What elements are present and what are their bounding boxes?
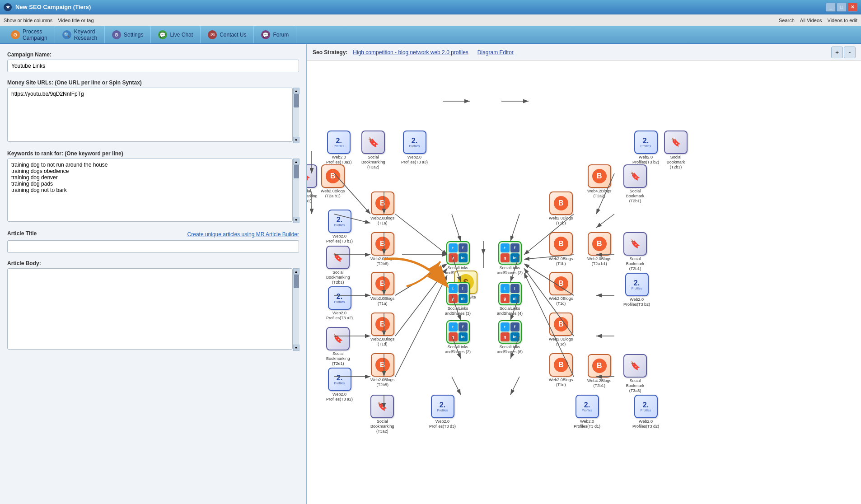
close-button[interactable]: ✕ (847, 3, 857, 12)
nav-process-label: ProcessCampaign (23, 28, 47, 41)
kw-scroll-track (293, 165, 299, 217)
zoom-controls: + - (831, 47, 856, 58)
svg-line-18 (524, 255, 574, 259)
mr-article-builder-link[interactable]: Create unique articles using MR Article … (187, 231, 299, 238)
nav-livechat[interactable]: 💬 Live Chat (151, 26, 201, 43)
campaign-name-input[interactable] (7, 60, 299, 72)
seo-strategy-value[interactable]: High competition - blog network web 2.0 … (353, 49, 468, 56)
scroll-track (293, 94, 299, 137)
ab-scroll-track (293, 275, 299, 345)
process-icon: ⚙ (11, 30, 20, 39)
article-body-container: ▲ ▼ (7, 268, 299, 351)
keywords-group: Keywords to rank for: (One keyword per l… (7, 150, 299, 223)
app-icon: ★ (4, 3, 12, 11)
keywords-container: training dog to not run around the house… (7, 159, 299, 223)
article-body-textarea[interactable] (7, 268, 293, 350)
svg-line-23 (596, 214, 614, 228)
nav-bar: ⚙ ProcessCampaign 🔍 KeywordResearch ⚙ Se… (0, 26, 861, 44)
contact-icon: ✉ (208, 30, 217, 39)
article-title-group: Article Title Create unique articles usi… (7, 230, 299, 253)
nav-process[interactable]: ⚙ ProcessCampaign (4, 26, 55, 43)
keywords-label: Keywords to rank for: (One keyword per l… (7, 150, 299, 157)
seo-strategy-label: Seo Strategy: (313, 49, 347, 56)
video-title-text: Video title or tag (58, 18, 94, 23)
videos-to-edit-text: Videos to edit (828, 18, 857, 23)
svg-line-9 (334, 173, 370, 214)
diagram-toolbar: Seo Strategy: High competition - blog ne… (307, 44, 861, 61)
ab-scroll-up[interactable]: ▲ (293, 268, 299, 275)
campaign-name-label: Campaign Name: (7, 51, 299, 58)
top-toolbar: Show or hide columns Video title or tag … (0, 14, 861, 26)
campaign-name-group: Campaign Name: (7, 51, 299, 72)
nav-keyword-label: KeywordResearch (74, 28, 97, 41)
svg-line-22 (596, 173, 614, 214)
article-body-group: Article Body: ▲ ▼ (7, 260, 299, 351)
svg-line-4 (395, 214, 447, 255)
forum-icon: 💬 (261, 30, 270, 39)
title-bar: ★ New SEO Campaign (Tiers) _ □ ✕ (0, 0, 861, 14)
money-urls-textarea[interactable]: https://youtu.be/9qD2NnIFpTg (7, 88, 293, 142)
show-hide-columns-text: Show or hide columns (4, 18, 52, 23)
scroll-thumb[interactable] (294, 94, 299, 107)
svg-line-35 (452, 255, 461, 282)
svg-line-36 (452, 295, 461, 320)
svg-line-34 (452, 214, 461, 241)
window-title: New SEO Campaign (Tiers) (15, 4, 826, 10)
kw-scroll-up[interactable]: ▲ (293, 159, 299, 165)
svg-line-19 (524, 264, 574, 295)
article-title-row: Article Title Create unique articles usi… (7, 230, 299, 238)
maximize-button[interactable]: □ (837, 3, 847, 12)
nav-livechat-label: Live Chat (170, 32, 193, 38)
search-text: Search (779, 18, 795, 23)
zoom-in-button[interactable]: + (831, 47, 843, 58)
svg-line-10 (334, 214, 370, 223)
diagram-editor-link[interactable]: Diagram Editor (477, 49, 514, 56)
svg-line-21 (524, 273, 574, 377)
window-controls: _ □ ✕ (826, 3, 857, 12)
zoom-out-button[interactable]: - (844, 47, 856, 58)
svg-line-20 (524, 268, 574, 336)
ab-scroll-down[interactable]: ▼ (293, 345, 299, 351)
svg-line-37 (452, 336, 461, 359)
ab-scroll-thumb[interactable] (294, 275, 299, 288)
svg-line-17 (524, 214, 574, 255)
svg-line-39 (510, 214, 519, 241)
nav-forum[interactable]: 💬 Forum (254, 26, 296, 43)
svg-line-41 (510, 295, 519, 320)
left-panel: Campaign Name: Money Site URLs: (One URL… (0, 44, 307, 504)
nav-settings[interactable]: ⚙ Settings (105, 26, 151, 43)
right-panel: Seo Strategy: High competition - blog ne… (307, 44, 861, 504)
main-content: Campaign Name: Money Site URLs: (One URL… (0, 44, 861, 504)
keywords-textarea[interactable]: training dog to not run around the house… (7, 159, 293, 222)
nav-keyword[interactable]: 🔍 KeywordResearch (55, 26, 105, 43)
article-title-input[interactable] (7, 240, 299, 253)
kw-scroll-down[interactable]: ▼ (293, 217, 299, 223)
money-urls-group: Money Site URLs: (One URL per line or Sp… (7, 79, 299, 143)
diagram-connections-svg (307, 61, 861, 504)
settings-icon: ⚙ (112, 30, 121, 39)
scroll-up-arrow[interactable]: ▲ (293, 88, 299, 94)
all-videos-text: All Videos (800, 18, 822, 23)
nav-settings-label: Settings (124, 32, 143, 38)
money-urls-label: Money Site URLs: (One URL per line or Sp… (7, 79, 299, 86)
money-urls-scrollbar[interactable]: ▲ ▼ (293, 88, 299, 143)
svg-line-43 (510, 377, 519, 395)
article-body-label: Article Body: (7, 260, 299, 266)
svg-line-40 (510, 255, 519, 282)
diagram-area: 2. Profiles Web2.0Profiles(T3a1) 🔖 Socia… (307, 61, 861, 504)
minimize-button[interactable]: _ (826, 3, 836, 12)
article-body-scrollbar[interactable]: ▲ ▼ (293, 268, 299, 351)
nav-contact[interactable]: ✉ Contact Us (201, 26, 254, 43)
chat-icon: 💬 (158, 30, 167, 39)
nav-forum-label: Forum (273, 32, 289, 38)
svg-line-38 (452, 377, 461, 395)
kw-scroll-thumb[interactable] (294, 165, 299, 178)
keywords-scrollbar[interactable]: ▲ ▼ (293, 159, 299, 223)
svg-line-42 (510, 336, 519, 359)
keyword-icon: 🔍 (62, 30, 71, 39)
money-urls-container: https://youtu.be/9qD2NnIFpTg ▲ ▼ (7, 88, 299, 143)
article-title-label: Article Title (7, 230, 37, 237)
scroll-down-arrow[interactable]: ▼ (293, 137, 299, 143)
nav-contact-label: Contact Us (220, 32, 246, 38)
